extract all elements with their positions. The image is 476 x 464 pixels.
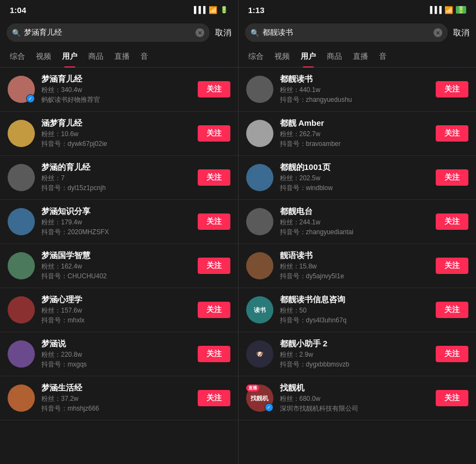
user-fans: 粉丝：440.1w — [280, 86, 430, 95]
user-item: 🐶都靓小助手 2粉丝：2.9w抖音号：dygxbbbmsvzb关注 — [239, 332, 477, 376]
user-item: 都靓电台粉丝：244.1w抖音号：zhangyuediantai关注 — [239, 200, 477, 244]
tab-综合[interactable]: 综合 — [243, 46, 269, 68]
user-item: 涵梦育儿经粉丝：10.6w抖音号：dywk67pj02ie关注 — [0, 112, 238, 156]
user-item: 直播找靓机✓找靓机粉丝：680.0w深圳市找靓机科技有限公司关注 — [239, 376, 477, 420]
avatar[interactable] — [8, 384, 35, 412]
search-clear-left[interactable]: ✕ — [196, 28, 204, 37]
user-item: 都靓 Amber粉丝：262.7w抖音号：bravoamber关注 — [239, 112, 477, 156]
search-icon-right: 🔍 — [251, 29, 259, 37]
avatar[interactable]: ✓ — [8, 76, 35, 103]
follow-button[interactable]: 关注 — [436, 81, 468, 97]
avatar[interactable] — [246, 76, 273, 103]
avatar[interactable] — [246, 164, 273, 191]
follow-button[interactable]: 关注 — [436, 213, 468, 230]
tab-视频[interactable]: 视频 — [30, 46, 57, 68]
cancel-btn-left[interactable]: 取消 — [215, 28, 231, 38]
follow-button[interactable]: 关注 — [198, 302, 230, 318]
user-name: 都靓小助手 2 — [280, 339, 430, 349]
user-info: 梦涵知识分享粉丝：179.4w抖音号：2020MHZSFX — [41, 206, 191, 237]
tab-直播[interactable]: 直播 — [109, 46, 135, 68]
user-fans: 粉丝：10.6w — [41, 130, 191, 139]
avatar[interactable] — [246, 208, 273, 235]
user-name: 梦涵知识分享 — [41, 206, 191, 217]
tab-视频[interactable]: 视频 — [269, 46, 295, 68]
user-douyin-id: 抖音号：mhxlx — [41, 316, 191, 325]
user-fans: 粉丝：157.6w — [41, 306, 191, 315]
wifi-icon: 📶 — [209, 6, 217, 14]
tab-用户[interactable]: 用户 — [57, 46, 83, 68]
tabs-left: 综合视频用户商品直播音 — [0, 46, 238, 68]
follow-button[interactable]: 关注 — [436, 390, 468, 406]
follow-button[interactable]: 关注 — [198, 390, 230, 406]
avatar[interactable]: 直播找靓机✓ — [246, 384, 273, 412]
user-douyin-id: 抖音号：mxgqs — [41, 360, 191, 369]
user-item: 靓语读书粉丝：15.8w抖音号：dy5ajnvy5l1e关注 — [239, 244, 477, 288]
search-clear-right[interactable]: ✕ — [434, 28, 442, 37]
tab-商品[interactable]: 商品 — [83, 46, 109, 68]
tab-音[interactable]: 音 — [374, 46, 392, 68]
follow-button[interactable]: 关注 — [436, 258, 468, 274]
avatar[interactable] — [8, 164, 35, 191]
follow-button[interactable]: 关注 — [198, 169, 230, 186]
verified-badge: ✓ — [26, 94, 35, 103]
follow-button[interactable]: 关注 — [198, 125, 230, 142]
user-fans: 粉丝：7 — [41, 174, 191, 183]
user-name: 涵梦育儿经 — [41, 118, 191, 129]
user-fans: 粉丝：2.9w — [280, 350, 430, 359]
user-douyin-id: 抖音号：dys4l3uhn67q — [280, 316, 430, 325]
tab-音[interactable]: 音 — [135, 46, 154, 68]
search-input-wrap-right[interactable]: 🔍 都靓读书 ✕ — [245, 23, 448, 42]
avatar-text: 🐶 — [256, 351, 264, 358]
user-douyin-id: 抖音号：zhangyuedushu — [280, 95, 430, 105]
avatar[interactable] — [8, 252, 35, 279]
user-douyin-id: 深圳市找靓机科技有限公司 — [280, 404, 430, 413]
user-douyin-id: 抖音号：CHUCHU402 — [41, 272, 191, 281]
follow-button[interactable]: 关注 — [436, 125, 468, 142]
tab-综合[interactable]: 综合 — [4, 46, 30, 68]
user-name: 梦涵心理学 — [41, 295, 191, 305]
follow-button[interactable]: 关注 — [198, 346, 230, 362]
avatar[interactable] — [8, 296, 35, 323]
user-douyin-id: 抖音号：dygxbbbmsvzb — [280, 360, 430, 369]
user-item: 梦涵的育儿经粉丝：7抖音号：dyl15z1pcnjh关注 — [0, 156, 238, 200]
user-item: 梦涵国学智慧粉丝：162.4w抖音号：CHUCHU402关注 — [0, 244, 238, 288]
user-name: 梦涵国学智慧 — [41, 251, 191, 261]
tab-商品[interactable]: 商品 — [321, 46, 347, 68]
tab-直播[interactable]: 直播 — [347, 46, 374, 68]
user-info: 找靓机粉丝：680.0w深圳市找靓机科技有限公司 — [280, 383, 430, 413]
follow-button[interactable]: 关注 — [198, 213, 230, 230]
user-item: 都靓的1001页粉丝：202.5w抖音号：windblow关注 — [239, 156, 477, 200]
avatar[interactable] — [8, 208, 35, 235]
user-fans: 粉丝：202.5w — [280, 174, 430, 183]
user-fans: 粉丝：680.0w — [280, 394, 430, 404]
user-item: 都靓读书粉丝：440.1w抖音号：zhangyuedushu关注 — [239, 68, 477, 112]
user-douyin-id: 抖音号：windblow — [280, 184, 430, 193]
user-douyin-id: 抖音号：2020MHZSFX — [41, 228, 191, 237]
avatar[interactable] — [246, 120, 273, 147]
tab-用户[interactable]: 用户 — [295, 46, 321, 68]
user-info: 都靓小助手 2粉丝：2.9w抖音号：dygxbbbmsvzb — [280, 339, 430, 369]
avatar[interactable]: 🐶 — [246, 340, 273, 368]
user-douyin-id: 抖音号：dy5ajnvy5l1e — [280, 272, 430, 281]
user-name: 找靓机 — [280, 383, 430, 393]
cancel-btn-right[interactable]: 取消 — [453, 28, 469, 38]
follow-button[interactable]: 关注 — [198, 81, 230, 97]
search-icon-left: 🔍 — [12, 29, 21, 37]
follow-button[interactable]: 关注 — [436, 302, 468, 318]
avatar[interactable]: 读书 — [246, 296, 273, 323]
search-query-right: 都靓读书 — [263, 28, 431, 38]
search-input-wrap-left[interactable]: 🔍 梦涵育儿经 ✕ — [7, 23, 210, 42]
user-info: 梦涵生活经粉丝：37.2w抖音号：mhshjz666 — [41, 383, 191, 413]
user-item: 梦涵知识分享粉丝：179.4w抖音号：2020MHZSFX关注 — [0, 200, 238, 244]
avatar[interactable] — [8, 120, 35, 147]
user-douyin-id: 抖音号：mhshjz666 — [41, 404, 191, 413]
user-name: 都靓读书 — [280, 74, 430, 84]
follow-button[interactable]: 关注 — [436, 169, 468, 186]
user-douyin-id: 蚂蚁读书好物推荐官 — [41, 95, 191, 105]
avatar[interactable] — [8, 340, 35, 368]
follow-button[interactable]: 关注 — [198, 258, 230, 274]
follow-button[interactable]: 关注 — [436, 346, 468, 362]
user-info: 涵梦育儿经粉丝：10.6w抖音号：dywk67pj02ie — [41, 118, 191, 149]
avatar[interactable] — [246, 252, 273, 279]
status-icons-left: ▐▐▐ 📶 🔋 — [192, 6, 228, 14]
